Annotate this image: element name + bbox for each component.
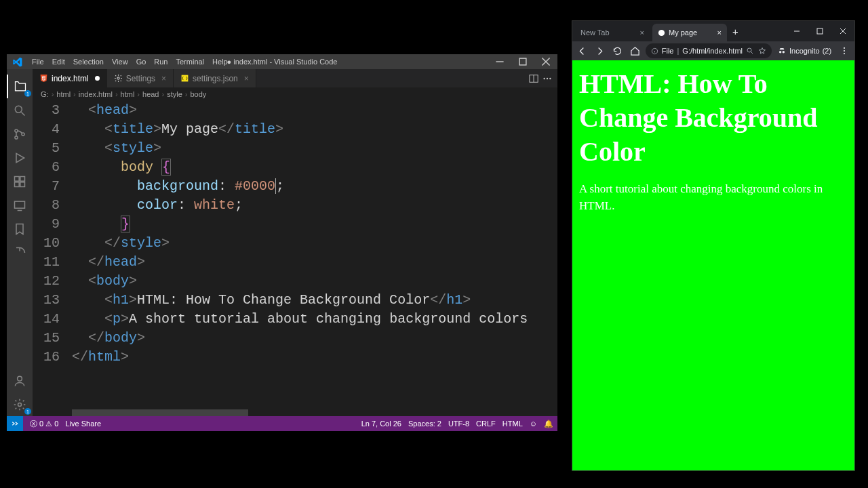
settings-gear-icon[interactable]: 1 xyxy=(7,392,33,416)
home-button[interactable] xyxy=(628,43,643,59)
tab-index-html[interactable]: index.html xyxy=(33,69,107,87)
svg-point-23 xyxy=(844,47,845,49)
reload-button[interactable] xyxy=(610,43,625,59)
live-share-status[interactable]: Live Share xyxy=(65,420,101,428)
vscode-window-controls xyxy=(488,54,557,69)
chrome-maximize-button[interactable] xyxy=(808,21,831,41)
tab-settings-json[interactable]: settings.json× xyxy=(174,69,256,87)
menu-terminal[interactable]: Terminal xyxy=(172,58,209,66)
source-control-icon[interactable] xyxy=(7,122,33,146)
feedback-icon[interactable]: ☺ xyxy=(530,420,537,428)
menu-view[interactable]: View xyxy=(108,58,132,66)
breadcrumb-segment[interactable]: G: xyxy=(41,90,49,98)
svg-point-11 xyxy=(18,403,22,406)
svg-point-2 xyxy=(15,129,18,131)
incognito-indicator[interactable]: Incognito (2) xyxy=(774,46,834,56)
close-tab-icon[interactable]: × xyxy=(640,28,644,37)
tab-settings[interactable]: Settings× xyxy=(107,69,174,87)
maximize-button[interactable] xyxy=(511,54,534,69)
bookmark-star-icon[interactable] xyxy=(758,47,766,55)
zoom-icon[interactable] xyxy=(746,47,754,55)
code-editor[interactable]: 345678910111213141516 <head> <title>My p… xyxy=(33,101,557,409)
extensions-icon[interactable] xyxy=(7,169,33,193)
split-editor-icon[interactable] xyxy=(529,74,538,83)
chrome-tabstrip: New Tab×My page× + xyxy=(572,21,854,41)
menu-selection[interactable]: Selection xyxy=(69,58,108,66)
forward-button[interactable] xyxy=(593,43,608,59)
svg-point-10 xyxy=(18,376,22,381)
breadcrumb-segment[interactable]: body xyxy=(190,90,206,98)
language-status[interactable]: HTML xyxy=(502,420,523,428)
explorer-icon[interactable]: 1 xyxy=(7,75,33,98)
search-icon[interactable] xyxy=(7,98,33,122)
incognito-icon xyxy=(777,46,787,56)
encoding-status[interactable]: UTF-8 xyxy=(448,420,469,428)
chrome-minimize-button[interactable] xyxy=(785,21,808,41)
menu-run[interactable]: Run xyxy=(150,58,172,66)
back-button[interactable] xyxy=(575,43,590,59)
menu-file[interactable]: File xyxy=(28,58,48,66)
svg-point-4 xyxy=(22,132,24,135)
chrome-menu-icon[interactable] xyxy=(837,43,852,59)
problems-status[interactable]: ⓧ 0 ⚠ 0 xyxy=(30,419,58,429)
code-lines[interactable]: <head> <title>My page</title> <style> bo… xyxy=(72,101,557,409)
browser-tab-new-tab[interactable]: New Tab× xyxy=(575,24,650,41)
notifications-icon[interactable]: 🔔 xyxy=(544,420,553,428)
svg-rect-6 xyxy=(20,176,25,181)
address-bar[interactable]: File | G:/html/index.html xyxy=(646,43,772,58)
svg-point-22 xyxy=(783,51,785,54)
minimap[interactable] xyxy=(530,101,557,409)
breadcrumb-segment[interactable]: head xyxy=(142,90,159,98)
horizontal-scrollbar[interactable] xyxy=(33,409,557,416)
svg-point-1 xyxy=(15,106,22,113)
dirty-indicator-icon xyxy=(95,76,100,81)
status-bar: ⓧ 0 ⚠ 0 Live Share Ln 7, Col 26 Spaces: … xyxy=(7,416,557,431)
svg-rect-18 xyxy=(817,28,823,34)
live-share-icon[interactable] xyxy=(7,241,33,264)
breadcrumb[interactable]: G:›html›index.html›html›head›style›body xyxy=(33,87,557,101)
indentation-status[interactable]: Spaces: 2 xyxy=(408,420,441,428)
vscode-logo-icon xyxy=(12,57,22,67)
vscode-menubar: FileEditSelectionViewGoRunTerminalHelp xyxy=(28,58,232,66)
close-tab-icon[interactable]: × xyxy=(717,28,722,37)
run-debug-icon[interactable] xyxy=(7,146,33,169)
editor-tabs: index.htmlSettings×settings.json× xyxy=(33,69,557,87)
favicon-icon xyxy=(658,29,665,37)
close-tab-icon[interactable]: × xyxy=(244,74,249,83)
svg-point-20 xyxy=(747,48,751,52)
eol-status[interactable]: CRLF xyxy=(476,420,496,428)
vscode-window: FileEditSelectionViewGoRunTerminalHelp ●… xyxy=(7,54,557,431)
menu-edit[interactable]: Edit xyxy=(48,58,69,66)
cursor-position[interactable]: Ln 7, Col 26 xyxy=(361,420,401,428)
address-prefix: File xyxy=(662,47,674,55)
bookmarks-icon[interactable] xyxy=(7,217,33,241)
svg-rect-8 xyxy=(20,182,25,186)
breadcrumb-segment[interactable]: html xyxy=(121,90,135,98)
remote-explorer-icon[interactable] xyxy=(7,193,33,217)
svg-rect-9 xyxy=(15,201,25,208)
menu-go[interactable]: Go xyxy=(132,58,151,66)
chrome-window: New Tab×My page× + File | G:/html/index.… xyxy=(572,20,855,471)
svg-rect-5 xyxy=(15,176,20,181)
svg-point-21 xyxy=(779,51,782,54)
svg-point-17 xyxy=(658,29,665,35)
svg-point-12 xyxy=(117,77,119,79)
close-tab-icon[interactable]: × xyxy=(161,74,166,83)
new-tab-button[interactable]: + xyxy=(727,26,744,37)
breadcrumb-segment[interactable]: style xyxy=(167,90,182,98)
line-numbers: 345678910111213141516 xyxy=(33,101,72,409)
chrome-close-button[interactable] xyxy=(831,21,854,41)
breadcrumb-segment[interactable]: html xyxy=(56,90,71,98)
accounts-icon[interactable] xyxy=(7,369,33,392)
rendered-page: HTML: How To Change Background Color A s… xyxy=(572,60,854,470)
browser-tab-my-page[interactable]: My page× xyxy=(652,24,727,41)
activity-bar: 1 1 xyxy=(7,69,33,416)
remote-indicator[interactable] xyxy=(7,416,23,431)
minimize-button[interactable] xyxy=(488,54,511,69)
close-button[interactable] xyxy=(534,54,557,69)
site-info-icon[interactable] xyxy=(651,47,658,55)
svg-rect-0 xyxy=(519,58,526,65)
more-actions-icon[interactable] xyxy=(542,74,552,83)
svg-point-15 xyxy=(547,77,548,79)
breadcrumb-segment[interactable]: index.html xyxy=(79,90,113,98)
